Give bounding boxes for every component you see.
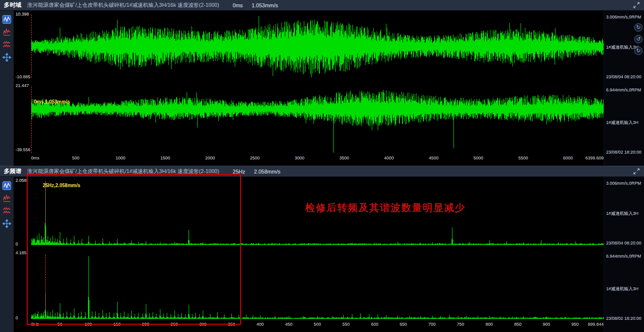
axis-tick-label: 900 <box>543 322 550 327</box>
pan-move-icon[interactable] <box>2 219 12 228</box>
wave2-ymin-label: -39.556 <box>16 147 31 152</box>
axis-tick-label: 850 <box>514 322 522 327</box>
axis-tick-label: 350 <box>228 322 235 327</box>
time-cursor-line[interactable] <box>31 87 32 153</box>
waveform-recent-plot[interactable] <box>31 15 604 78</box>
spectrum-cursor-y-readout: 2.058mm/s <box>254 169 280 175</box>
wave1-timestamp-label: 23/08/04 08:20:00 <box>606 74 642 79</box>
spectrum-cursor-annotation: 25Hz,2.058mm/s <box>43 183 80 188</box>
spec1-timestamp-label: 23/08/04 08:20:00 <box>606 241 642 245</box>
axis-tick-label: 50 <box>57 322 62 327</box>
axis-tick-label: 550 <box>342 322 349 327</box>
axis-tick-label: 6000 <box>563 156 573 160</box>
spec2-timestamp-label: 23/08/02 18:20:00 <box>606 316 642 321</box>
spec1-ymax-label: 2.058 <box>16 178 27 183</box>
time-cursor-line[interactable] <box>31 15 32 78</box>
axis-tick-label: 600 <box>371 322 378 327</box>
axis-tick-label: 400 <box>257 322 264 327</box>
wave1-channel-label: 1#减速机输入3H <box>606 44 639 51</box>
spec1-amplitude-rpm-label: 3.006mm/s,0RPM <box>606 181 641 186</box>
axis-tick-label: 3500 <box>339 156 349 160</box>
spectrum-panel: 多频谱 淮河能源唐家会煤矿/上仓皮带机头破碎机/1#减速机输入3H/16k 速度… <box>0 166 644 332</box>
time-panel-header: 多时域 淮河能源唐家会煤矿/上仓皮带机头破碎机/1#减速机输入3H/16k 速度… <box>0 0 644 11</box>
waveform-tool-icon[interactable] <box>2 15 12 24</box>
wave1-amplitude-rpm-label: 3.006mm/s,0RPM <box>606 15 641 19</box>
spectrum-panel-body: 2.058 25Hz,2.058mm/s 0 4.185 0 0Hz501001… <box>0 177 644 332</box>
wave1-ymax-label: 10.398 <box>16 12 29 17</box>
spectrum-right-label-column: 3.006mm/s,0RPM 1#减速机输入3H 23/08/04 08:20:… <box>604 177 644 332</box>
spec2-ymin-label: 0 <box>16 315 18 320</box>
waveform-previous-canvas[interactable] <box>31 87 604 153</box>
wave1-ymin-label: -10.885 <box>16 74 31 79</box>
axis-tick-label: 999.844 <box>588 322 604 327</box>
spec2-ymax-label: 4.185 <box>16 250 27 255</box>
axis-tick-label: 800 <box>486 322 493 327</box>
spec1-ymin-label: 0 <box>16 242 18 246</box>
axis-tick-label: 5500 <box>518 156 528 160</box>
wave2-ymax-label: 21.447 <box>16 83 29 88</box>
axis-tick-label: 150 <box>113 322 121 327</box>
axis-tick-label: 4500 <box>429 156 438 160</box>
axis-tick-label: 500 <box>72 156 80 160</box>
refresh-view-button[interactable]: ↻ <box>634 23 643 32</box>
time-domain-panel: 多时域 淮河能源唐家会煤矿/上仓皮带机头破碎机/1#减速机输入3H/16k 速度… <box>0 0 644 166</box>
stacked-trace-icon[interactable] <box>2 206 12 216</box>
stacked-trace-icon[interactable] <box>2 40 12 50</box>
spectrum-panel-toolbar <box>0 177 14 332</box>
maintenance-note-text: 检修后转频及其谐波数量明显减少 <box>305 201 466 214</box>
spectrum-cursor-x-readout: 25Hz <box>233 169 245 175</box>
axis-tick-label: 3000 <box>295 156 304 160</box>
axis-tick-label: 1000 <box>116 156 125 160</box>
time-x-axis: 0ms5001000150020002500300035004000450050… <box>31 155 604 162</box>
axis-tick-label: 4000 <box>384 156 394 160</box>
axis-tick-label: 300 <box>199 322 207 327</box>
spec2-amplitude-rpm-label: 6.944mm/s,0RPM <box>606 254 641 259</box>
axis-tick-label: 2500 <box>250 156 260 160</box>
spectrum-cursor-line[interactable] <box>45 255 46 319</box>
axis-tick-label: 0ms <box>31 156 39 160</box>
spectrum-previous-canvas[interactable] <box>31 255 604 319</box>
wave2-amplitude-rpm-label: 6.944mm/s,0RPM <box>606 87 641 92</box>
time-plot-area: 10.398 -10.885 21.447 0ms,1.053mm/s -39.… <box>14 11 604 166</box>
spectrum-panel-label: 多频谱 <box>4 167 21 175</box>
axis-tick-label: 100 <box>85 322 92 327</box>
axis-tick-label: 650 <box>400 322 407 327</box>
time-panel-body: 10.398 -10.885 21.447 0ms,1.053mm/s -39.… <box>0 11 644 166</box>
axis-tick-label: 0Hz <box>31 322 39 327</box>
multi-trace-icon[interactable] <box>2 27 12 37</box>
axis-tick-label: 500 <box>314 322 321 327</box>
spectrum-plot-area: 2.058 25Hz,2.058mm/s 0 4.185 0 0Hz501001… <box>14 177 604 332</box>
waveform-tool-icon[interactable] <box>2 181 12 191</box>
axis-tick-label: 5000 <box>473 156 483 160</box>
time-panel-title: 淮河能源唐家会煤矿/上仓皮带机头破碎机/1#减速机输入3H/16k 速度波形(2… <box>27 1 219 9</box>
wave-cursor-annotation: 0ms,1.053mm/s <box>34 99 70 105</box>
axis-tick-label: 750 <box>457 322 464 327</box>
restore-view-button[interactable]: ↺ <box>634 35 643 43</box>
time-panel-toolbar <box>0 11 14 166</box>
time-cursor-y-readout: 1.053mm/s <box>252 2 278 8</box>
time-panel-label: 多时域 <box>4 1 21 9</box>
axis-tick-label: 2000 <box>205 156 215 160</box>
fullscreen-expand-icon[interactable] <box>632 1 640 9</box>
waveform-recent-canvas[interactable] <box>31 15 604 78</box>
spec2-channel-label: 1#减速机输入3H <box>606 286 639 292</box>
time-right-label-column: 3.006mm/s,0RPM 1#减速机输入3H 23/08/04 08:20:… <box>604 11 644 166</box>
multi-trace-icon[interactable] <box>2 193 12 203</box>
wave2-timestamp-label: 23/08/02 18:20:00 <box>606 150 642 155</box>
axis-tick-label: 6399.609 <box>585 156 604 160</box>
wave2-channel-label: 1#减速机输入3H <box>606 120 639 126</box>
spectrum-previous-plot[interactable] <box>31 255 604 319</box>
spectrum-panel-header: 多频谱 淮河能源唐家会煤矿/上仓皮带机头破碎机/1#减速机输入3H/16k 速度… <box>0 166 644 177</box>
fullscreen-expand-icon[interactable] <box>632 168 640 175</box>
sync-view-button[interactable]: ↻ <box>634 47 643 55</box>
spectrum-panel-title: 淮河能源唐家会煤矿/上仓皮带机头破碎机/1#减速机输入3H/16k 速度波形(2… <box>27 168 219 175</box>
time-cursor-x-readout: 0ms <box>233 2 243 8</box>
axis-tick-label: 250 <box>171 322 178 327</box>
spectrum-cursor-line[interactable] <box>45 181 46 245</box>
axis-tick-label: 200 <box>142 322 149 327</box>
waveform-previous-plot[interactable]: 0ms,1.053mm/s <box>31 87 604 153</box>
axis-tick-label: 1500 <box>160 156 170 160</box>
pan-move-icon[interactable] <box>2 52 12 62</box>
axis-tick-label: 950 <box>572 322 579 327</box>
axis-tick-label: 450 <box>285 322 293 327</box>
